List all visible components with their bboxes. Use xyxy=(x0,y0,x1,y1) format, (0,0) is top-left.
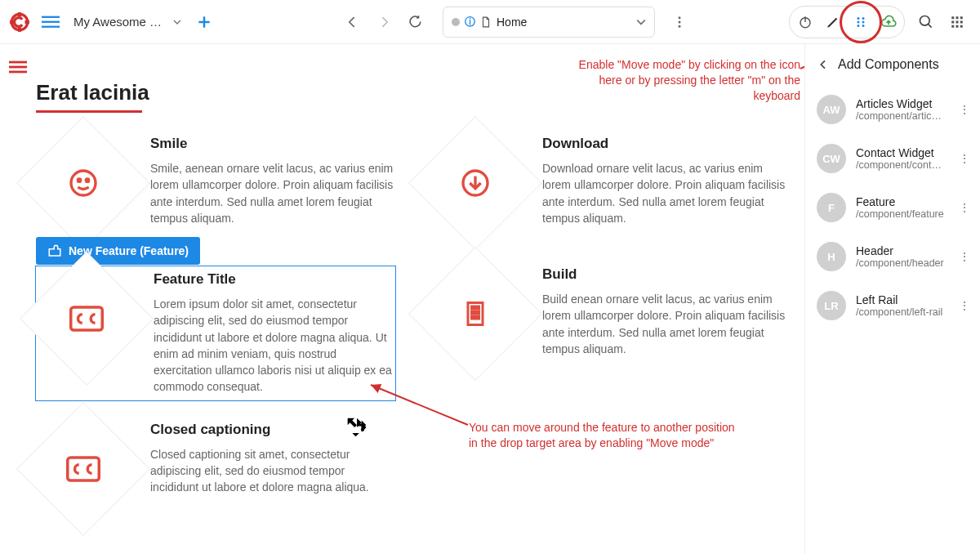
feature-body: Closed captioning sit amet, consectetur … xyxy=(150,446,395,496)
svg-rect-48 xyxy=(68,458,100,480)
component-item-feature[interactable]: F Feature /component/feature ⋮ xyxy=(805,183,980,232)
feature-title: Build xyxy=(542,266,787,283)
location-label: Home xyxy=(497,16,527,29)
svg-point-21 xyxy=(920,16,930,25)
feature-icon-frame xyxy=(408,247,542,381)
component-menu-button[interactable]: ⋮ xyxy=(956,152,973,165)
svg-rect-1 xyxy=(18,12,21,16)
component-avatar: AW xyxy=(817,95,846,124)
feature-smile[interactable]: Smile Smile, aenean ornare velit lacus, … xyxy=(36,136,395,230)
svg-rect-42 xyxy=(472,306,474,309)
feature-build[interactable]: Build Build enean ornare velit lacus, ac… xyxy=(428,266,787,400)
svg-rect-26 xyxy=(951,20,954,23)
top-toolbar: My Awesome E… ⓘ Home xyxy=(0,0,980,44)
component-menu-button[interactable]: ⋮ xyxy=(956,103,973,116)
component-item-articles-widget[interactable]: AW Articles Widget /component/artic… ⋮ xyxy=(805,85,980,134)
project-name-label: My Awesome E… xyxy=(74,15,168,29)
more-options-button[interactable] xyxy=(665,7,694,37)
svg-rect-44 xyxy=(472,311,474,314)
nav-forward-button[interactable] xyxy=(369,7,399,37)
svg-rect-7 xyxy=(42,25,60,27)
svg-point-15 xyxy=(858,17,860,20)
new-component-badge[interactable]: New Feature (Feature) xyxy=(36,237,200,265)
svg-point-35 xyxy=(71,171,96,195)
publish-button[interactable] xyxy=(875,8,902,36)
svg-rect-31 xyxy=(960,25,963,27)
power-button[interactable] xyxy=(791,8,819,36)
svg-point-12 xyxy=(679,25,681,27)
add-button[interactable] xyxy=(189,7,219,37)
page-icon xyxy=(480,16,492,29)
refresh-button[interactable] xyxy=(400,7,430,37)
edit-mode-button[interactable] xyxy=(819,8,847,36)
svg-rect-34 xyxy=(9,71,27,74)
svg-rect-27 xyxy=(956,20,959,23)
svg-point-11 xyxy=(679,20,681,23)
svg-point-16 xyxy=(862,17,865,20)
add-components-panel: Add Components AW Articles Widget /compo… xyxy=(804,44,980,554)
component-path: /component/artic… xyxy=(856,110,946,122)
svg-point-37 xyxy=(86,179,88,181)
component-item-left-rail[interactable]: LR Left Rail /component/left-rail ⋮ xyxy=(805,281,980,330)
search-button[interactable] xyxy=(911,7,941,37)
component-avatar: CW xyxy=(817,144,846,173)
svg-rect-23 xyxy=(951,16,954,19)
closed-caption-icon xyxy=(69,305,104,333)
title-underline xyxy=(36,110,142,113)
component-item-header[interactable]: H Header /component/header ⋮ xyxy=(805,232,980,281)
svg-rect-24 xyxy=(956,16,959,19)
svg-line-22 xyxy=(929,24,932,27)
status-dot-icon xyxy=(452,18,460,26)
svg-rect-29 xyxy=(951,25,954,27)
move-mode-button[interactable] xyxy=(847,8,875,36)
component-menu-button[interactable]: ⋮ xyxy=(956,299,973,312)
svg-rect-4 xyxy=(25,20,29,23)
feature-title: Feature Title xyxy=(154,271,392,288)
chevron-down-icon xyxy=(636,17,646,27)
component-name: Articles Widget xyxy=(856,97,946,110)
feature-new-placeholder[interactable]: New Feature (Feature) Feature Title Lore… xyxy=(36,266,395,400)
svg-rect-45 xyxy=(477,311,479,314)
svg-point-10 xyxy=(679,16,681,19)
apps-grid-button[interactable] xyxy=(942,7,972,37)
feature-icon-frame xyxy=(20,252,154,386)
svg-rect-28 xyxy=(960,20,963,23)
component-path: /component/feature xyxy=(856,208,946,220)
feature-title: Closed captioning xyxy=(150,422,395,438)
feature-icon-frame xyxy=(16,402,150,536)
feature-icon-frame xyxy=(408,116,542,250)
svg-rect-30 xyxy=(956,25,959,27)
component-menu-button[interactable]: ⋮ xyxy=(956,201,973,214)
component-path: /component/cont… xyxy=(856,159,946,171)
component-menu-button[interactable]: ⋮ xyxy=(956,250,973,263)
menu-icon[interactable] xyxy=(36,7,65,37)
panel-title: Add Components xyxy=(838,57,939,72)
component-path: /component/header xyxy=(856,257,946,269)
annotation-move-mode-hint: Enable "Move mode" by clicking on the ic… xyxy=(555,57,800,104)
svg-point-20 xyxy=(862,25,865,27)
component-path: /component/left-rail xyxy=(856,306,946,318)
page-menu-icon[interactable] xyxy=(7,56,29,78)
component-item-contact-widget[interactable]: CW Contact Widget /component/cont… ⋮ xyxy=(805,134,980,183)
location-selector[interactable]: ⓘ Home xyxy=(443,7,655,38)
component-avatar: F xyxy=(817,193,846,222)
nav-back-button[interactable] xyxy=(338,7,368,37)
feature-download[interactable]: Download Download ornare velit lacus, ac… xyxy=(428,136,787,230)
component-icon xyxy=(47,243,62,258)
feature-title: Smile xyxy=(150,136,395,152)
component-name: Left Rail xyxy=(856,293,946,306)
svg-rect-6 xyxy=(42,20,60,22)
smile-icon xyxy=(67,167,100,199)
project-selector[interactable]: My Awesome E… xyxy=(70,15,185,29)
svg-point-18 xyxy=(862,20,865,23)
download-icon xyxy=(459,167,492,199)
feature-closed-captioning[interactable]: Closed captioning Closed captioning sit … xyxy=(36,422,395,516)
feature-body: Build enean ornare velit lacus, ac variu… xyxy=(542,291,787,357)
component-avatar: H xyxy=(817,242,846,271)
app-logo xyxy=(8,11,31,34)
feature-body: Download ornare velit lacus, ac varius e… xyxy=(542,160,787,226)
svg-rect-2 xyxy=(18,27,21,31)
panel-back-button[interactable] xyxy=(817,58,830,71)
info-icon: ⓘ xyxy=(465,15,475,29)
annotation-drag-hint: You can move around the feature to anoth… xyxy=(469,420,746,451)
